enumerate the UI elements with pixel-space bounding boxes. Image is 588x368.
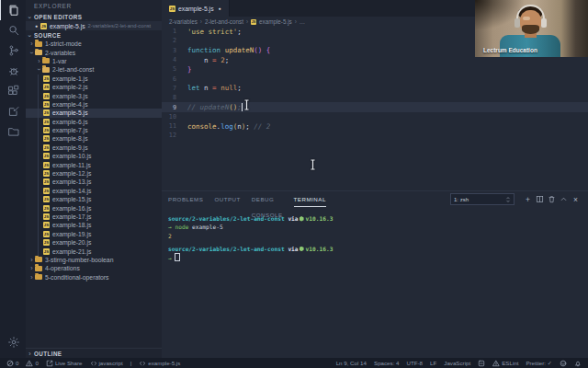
- node-hexagon-icon: [300, 247, 304, 252]
- tree-item-folder[interactable]: ›5-conditional-operators: [26, 273, 162, 282]
- tree-item-file[interactable]: JSexample-4.js: [26, 100, 162, 109]
- js-file-icon: JS: [169, 6, 175, 12]
- search-icon[interactable]: [0, 20, 27, 40]
- tree-item-file[interactable]: JSexample-13.js: [26, 178, 162, 186]
- panel-tab-problems[interactable]: PROBLEMS: [168, 191, 203, 207]
- status-text[interactable]: UTF-8: [407, 360, 424, 366]
- js-file-icon: JS: [43, 205, 50, 212]
- code-line[interactable]: 12: [162, 131, 588, 140]
- tree-item-file[interactable]: JSexample-14.js: [26, 187, 162, 195]
- tree-item-file[interactable]: JSexample-6.js: [26, 118, 162, 126]
- breadcrumb-item: example-5.js: [259, 18, 292, 25]
- panel-tab-output[interactable]: OUTPUT: [214, 191, 240, 207]
- language-indicator-status[interactable]: example-5.js: [139, 360, 180, 367]
- kill-terminal-icon[interactable]: [546, 195, 558, 203]
- status-text[interactable]: Spaces: 4: [374, 360, 400, 366]
- js-file-icon: JS: [43, 135, 50, 142]
- status-bar: 00Live Sharejavascript|example-5.js Ln 9…: [0, 358, 588, 368]
- error-status[interactable]: 0: [6, 360, 18, 367]
- terminal[interactable]: source/2-variables/2-let-and-const viav1…: [162, 207, 588, 261]
- code-line[interactable]: 7let n = null;: [162, 84, 588, 93]
- new-terminal-icon[interactable]: +: [522, 195, 534, 204]
- status-right: Ln 9, Col 14Spaces: 4UTF-8LFJavaScriptES…: [329, 360, 582, 367]
- source-control-icon[interactable]: [0, 40, 27, 61]
- extensions-icon[interactable]: [0, 81, 27, 101]
- code-line[interactable]: 5}: [162, 64, 588, 74]
- tree-item-file[interactable]: JSexample-2.js: [26, 83, 162, 91]
- tree-item-file[interactable]: JSexample-3.js: [26, 91, 162, 99]
- close-panel-icon[interactable]: ×: [570, 195, 582, 204]
- language-indicator-status[interactable]: javascript: [90, 360, 123, 367]
- code-line[interactable]: 11console.log(n); // 2: [162, 121, 588, 131]
- split-terminal-icon[interactable]: [534, 195, 546, 203]
- tree-item-folder[interactable]: ›4-operations: [26, 264, 162, 272]
- bell-status[interactable]: [574, 360, 582, 367]
- panel-tab-debug-console[interactable]: DEBUG CONSOLE: [252, 191, 283, 207]
- warning-status[interactable]: 0: [26, 360, 38, 367]
- status-text[interactable]: LF: [430, 360, 436, 366]
- warning-icon: [26, 360, 33, 367]
- warning-status[interactable]: ESLint: [492, 360, 518, 367]
- js-file-icon: JS: [43, 248, 50, 255]
- tree-item-file[interactable]: JSexample-20.js: [26, 238, 162, 247]
- debug-icon[interactable]: [0, 61, 27, 81]
- js-file-icon: JS: [43, 170, 50, 177]
- terminal-shell-select[interactable]: 1: zsh: [450, 193, 514, 205]
- status-square-status[interactable]: [478, 360, 485, 367]
- tree-item-file[interactable]: JSexample-7.js: [26, 126, 162, 134]
- panel-tab-terminal[interactable]: TERMINAL: [294, 191, 326, 207]
- source-section-header[interactable]: ⌄ SOURCE: [26, 30, 162, 40]
- explorer-icon[interactable]: [0, 0, 27, 20]
- code-line[interactable]: 6: [162, 74, 588, 83]
- bell-icon: [574, 360, 582, 367]
- tree-item-file[interactable]: JSexample-17.js: [26, 213, 162, 221]
- tab-example-5[interactable]: JS example-5.js ●: [162, 0, 230, 17]
- status-text[interactable]: JavaScript: [444, 360, 470, 366]
- code-line[interactable]: 10: [162, 112, 588, 121]
- tree-item-folder[interactable]: ›2-let-and-const: [26, 65, 162, 74]
- tree-item-file[interactable]: JSexample-1.js: [26, 75, 162, 83]
- live-share-status[interactable]: Live Share: [46, 360, 83, 367]
- tree-item-file[interactable]: JSexample-10.js: [26, 152, 162, 160]
- node-hexagon-icon: [300, 216, 304, 222]
- tree-item-file[interactable]: JSexample-21.js: [26, 247, 162, 255]
- tree-item-file[interactable]: JSexample-8.js: [26, 134, 162, 143]
- edit-square-icon[interactable]: [0, 101, 27, 121]
- breadcrumb-item: …: [300, 18, 305, 25]
- terminal-line: 2: [168, 232, 588, 240]
- tree-item-file[interactable]: JSexample-16.js: [26, 203, 162, 212]
- tree-item-file[interactable]: JSexample-18.js: [26, 221, 162, 229]
- code-line[interactable]: 9// updateN();: [162, 102, 588, 111]
- tree-item-folder[interactable]: ›1-strict-mode: [26, 40, 162, 48]
- js-file-icon: JS: [43, 84, 50, 90]
- modified-dot-icon: ●: [35, 23, 38, 29]
- folder-icon: [35, 266, 42, 271]
- settings-gear-icon[interactable]: [0, 332, 27, 352]
- mouse-ibeam-cursor: [310, 159, 317, 170]
- panel-header: PROBLEMSOUTPUTDEBUG CONSOLETERMINAL 1: z…: [162, 191, 588, 207]
- tree-item-file[interactable]: JSexample-5.js: [26, 109, 162, 117]
- js-file-icon: JS: [43, 144, 50, 151]
- open-editor-path: 2-variables/2-let-and-const: [88, 23, 152, 29]
- status-text[interactable]: Prettier: ✓: [526, 360, 552, 366]
- open-editors-header[interactable]: ⌄ OPEN EDITORS: [26, 12, 162, 21]
- smiley-status[interactable]: [560, 360, 567, 367]
- js-file-icon: JS: [43, 178, 50, 185]
- status-text[interactable]: |: [130, 360, 132, 366]
- line-number: 2: [162, 37, 176, 44]
- folder-icon[interactable]: [0, 121, 27, 142]
- tree-item-file[interactable]: JSexample-19.js: [26, 230, 162, 238]
- code-line[interactable]: 8: [162, 93, 588, 102]
- tree-item-folder[interactable]: ›3-stirng-number-boolean: [26, 256, 162, 264]
- tree-item-file[interactable]: JSexample-15.js: [26, 195, 162, 203]
- maximize-panel-icon[interactable]: [558, 195, 570, 203]
- tree-item-file[interactable]: JSexample-9.js: [26, 144, 162, 152]
- tree-item-file[interactable]: JSexample-11.js: [26, 160, 162, 168]
- outline-section-header[interactable]: › OUTLINE: [26, 348, 162, 358]
- tree-item-folder[interactable]: ›1-var: [26, 57, 162, 65]
- status-text[interactable]: Ln 9, Col 14: [336, 360, 367, 366]
- tree-item-file[interactable]: JSexample-12.js: [26, 169, 162, 178]
- status-square-icon: [478, 360, 485, 367]
- tree-item-folder[interactable]: ›2-variables: [26, 48, 162, 56]
- open-editor-item[interactable]: ● JS example-5.js 2-variables/2-let-and-…: [26, 21, 162, 30]
